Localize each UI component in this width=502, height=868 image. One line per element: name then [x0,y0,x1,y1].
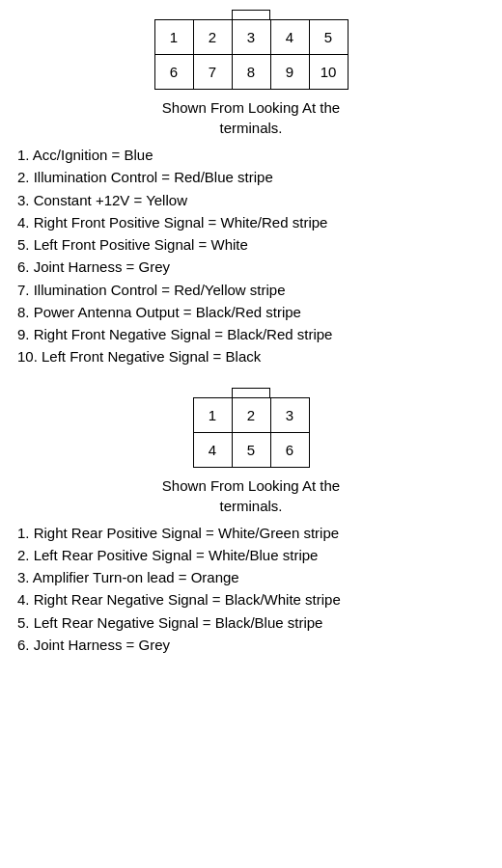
pin-item: 9. Right Front Negative Signal = Black/R… [17,323,492,345]
pin-item: 3. Constant +12V = Yellow [17,189,492,211]
connector-2-tab [232,388,270,397]
pin-item: 10. Left Front Negative Signal = Black [17,345,492,367]
pin-item: 6. Joint Harness = Grey [17,634,492,656]
table-cell: 6 [154,55,193,90]
pin-item: 7. Illumination Control = Red/Yellow str… [17,279,492,301]
connector-1-tab [232,10,270,19]
pin-item: 8. Power Antenna Output = Black/Red stri… [17,301,492,323]
table-cell: 8 [232,55,270,90]
table-cell: 9 [270,55,309,90]
connector-1-table: 12345678910 [154,19,349,90]
table-cell: 7 [193,55,232,90]
pin-item: 4. Right Rear Negative Signal = Black/Wh… [17,588,492,610]
table-cell: 4 [270,20,309,55]
pin-item: 5. Left Front Positive Signal = White [17,233,492,256]
pin-item: 1. Acc/Ignition = Blue [17,144,492,166]
connector-2-table: 123456 [193,397,310,468]
section-1: 12345678910 Shown From Looking At theter… [10,10,492,380]
table-cell: 10 [309,55,348,90]
table-cell: 5 [309,20,348,55]
table-cell: 4 [193,432,232,467]
connector-1-wrapper: 12345678910 [154,10,349,97]
section-2-caption: Shown From Looking At theterminals. [162,475,340,516]
table-cell: 3 [232,20,270,55]
table-cell: 2 [232,397,270,432]
table-cell: 1 [154,20,193,55]
pin-item: 5. Left Rear Negative Signal = Black/Blu… [17,611,492,634]
table-cell: 2 [193,20,232,55]
pin-item: 2. Left Rear Positive Signal = White/Blu… [17,544,492,566]
pin-item: 2. Illumination Control = Red/Blue strip… [17,166,492,188]
pin-item: 1. Right Rear Positive Signal = White/Gr… [17,522,492,544]
connector-2-wrapper: 123456 [193,388,310,475]
pin-item: 4. Right Front Positive Signal = White/R… [17,211,492,233]
table-cell: 3 [270,397,309,432]
section-2: 123456 Shown From Looking At theterminal… [10,388,492,668]
table-cell: 5 [232,432,270,467]
section-1-caption: Shown From Looking At theterminals. [162,97,340,138]
pin-item: 3. Amplifier Turn-on lead = Orange [17,566,492,588]
table-cell: 1 [193,397,232,432]
pin-item: 6. Joint Harness = Grey [17,256,492,278]
section-2-pinlist: 1. Right Rear Positive Signal = White/Gr… [10,522,492,657]
section-1-pinlist: 1. Acc/Ignition = Blue2. Illumination Co… [10,144,492,368]
table-cell: 6 [270,432,309,467]
